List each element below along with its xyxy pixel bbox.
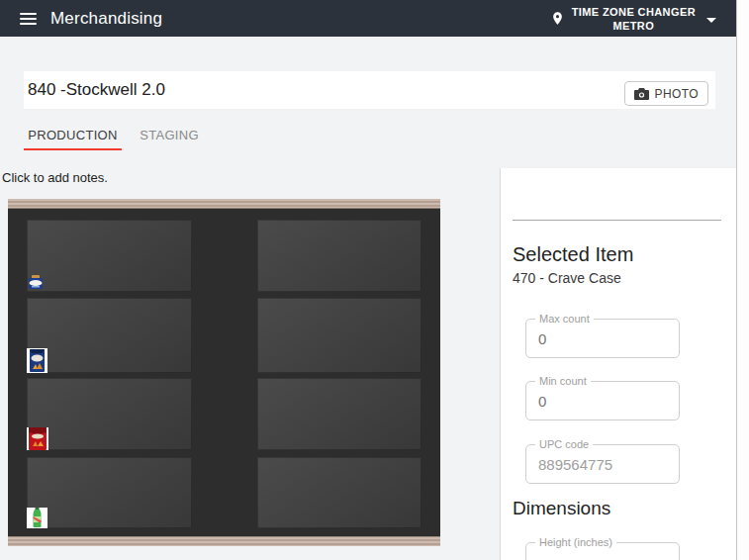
product-butter-tub-image[interactable] — [28, 275, 44, 289]
shelf-wood-trim-bottom — [8, 536, 440, 546]
tab-staging[interactable]: STAGING — [122, 121, 217, 148]
selected-item-heading: Selected Item — [513, 243, 633, 266]
product-chips-bag-red-image[interactable] — [27, 427, 48, 450]
upc-code-field[interactable]: UPC code — [525, 444, 680, 484]
shelf-body — [8, 209, 440, 536]
location-pin-icon — [550, 9, 565, 28]
product-soda-bottle-green-image[interactable] — [27, 508, 47, 528]
selected-item-panel: Selected Item 470 - Crave Case Max count… — [500, 168, 736, 560]
shelf-slot[interactable] — [257, 220, 421, 292]
location-line1: TIME ZONE CHANGER — [572, 5, 696, 19]
photo-button[interactable]: PHOTO — [624, 81, 708, 106]
scrollbar-track[interactable] — [736, 0, 749, 560]
tab-production[interactable]: PRODUCTION — [24, 121, 122, 148]
planogram-header-card: 840 -Stockwell 2.0 PHOTO — [24, 71, 715, 109]
shelf-slot[interactable] — [27, 457, 192, 528]
menu-icon[interactable] — [20, 13, 37, 25]
height-inches-field[interactable]: Height (inches) — [525, 542, 680, 560]
shelf-wood-trim-top — [8, 199, 440, 209]
min-count-input[interactable] — [526, 382, 679, 420]
merchandising-app: Merchandising TIME ZONE CHANGER METRO 84… — [0, 0, 749, 560]
add-notes-prompt[interactable]: Click to add notes. — [2, 170, 108, 185]
location-label: TIME ZONE CHANGER METRO — [572, 5, 696, 33]
location-selector[interactable]: TIME ZONE CHANGER METRO — [550, 5, 716, 33]
top-app-bar: Merchandising TIME ZONE CHANGER METRO — [0, 0, 736, 37]
max-count-input[interactable] — [526, 320, 679, 357]
shelf-slot[interactable] — [27, 298, 192, 373]
shelf-slot[interactable] — [257, 457, 421, 528]
chevron-down-icon — [706, 18, 716, 23]
shelf-slot[interactable] — [257, 378, 421, 450]
min-count-field[interactable]: Min count — [525, 381, 680, 420]
planogram-shelf — [8, 199, 440, 546]
location-line2: METRO — [572, 19, 696, 33]
upc-code-input[interactable] — [526, 445, 679, 483]
height-inches-label: Height (inches) — [535, 536, 616, 548]
camera-icon — [634, 88, 649, 100]
max-count-field[interactable]: Max count — [525, 319, 680, 358]
upc-code-label: UPC code — [535, 438, 593, 450]
min-count-label: Min count — [535, 375, 591, 387]
page-title: 840 -Stockwell 2.0 — [28, 80, 165, 100]
app-title: Merchandising — [50, 9, 162, 29]
panel-divider — [513, 220, 721, 221]
product-chips-bag-blue-image[interactable] — [27, 348, 47, 373]
shelf-slot[interactable] — [27, 220, 192, 292]
tab-bar: PRODUCTION STAGING — [24, 121, 217, 148]
dimensions-heading: Dimensions — [513, 498, 610, 519]
shelf-slot[interactable] — [27, 378, 192, 450]
shelf-slot[interactable] — [257, 298, 421, 373]
max-count-label: Max count — [535, 313, 594, 325]
selected-item-name: 470 - Crave Case — [513, 270, 621, 286]
photo-button-label: PHOTO — [655, 87, 699, 101]
